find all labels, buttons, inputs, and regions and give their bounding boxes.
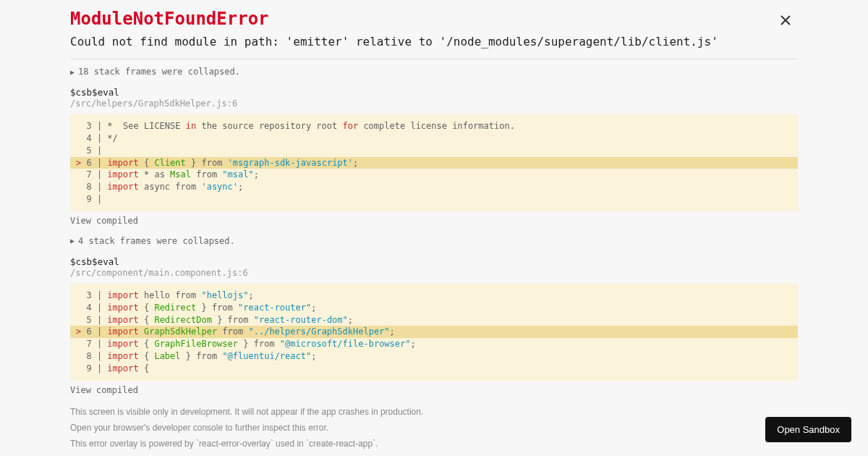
- frame-path-1: /src/helpers/GraphSdkHelper.js:6: [70, 98, 798, 109]
- stack-collapse-toggle-1[interactable]: ▶ 18 stack frames were collapsed.: [70, 67, 798, 77]
- collapse-text: 4 stack frames were collapsed.: [78, 236, 235, 246]
- error-title: ModuleNotFoundError: [70, 9, 798, 29]
- frame-name-2: $csb$eval: [70, 256, 798, 268]
- view-compiled-link-1[interactable]: View compiled: [70, 216, 798, 226]
- chevron-right-icon: ▶: [70, 237, 75, 245]
- open-sandbox-button[interactable]: Open Sandbox: [765, 417, 851, 442]
- divider: [70, 59, 798, 59]
- footer-line-2: Open your browser's developer console to…: [70, 421, 798, 434]
- frame-name-1: $csb$eval: [70, 87, 798, 98]
- footer-line-3: This error overlay is powered by `react-…: [70, 437, 798, 450]
- close-icon[interactable]: [780, 13, 791, 30]
- chevron-right-icon: ▶: [70, 68, 75, 76]
- frame-path-2: /src/component/main.component.js:6: [70, 268, 798, 278]
- error-message: Could not find module in path: 'emitter'…: [70, 35, 798, 48]
- footer-line-1: This screen is visible only in developme…: [70, 405, 798, 418]
- code-block-2: 3 | import hello from "hellojs"; 4 | imp…: [70, 284, 798, 381]
- collapse-text: 18 stack frames were collapsed.: [78, 67, 240, 77]
- code-block-1: 3 | * See LICENSE in the source reposito…: [70, 114, 798, 211]
- stack-collapse-toggle-2[interactable]: ▶ 4 stack frames were collapsed.: [70, 236, 798, 246]
- view-compiled-link-2[interactable]: View compiled: [70, 385, 798, 395]
